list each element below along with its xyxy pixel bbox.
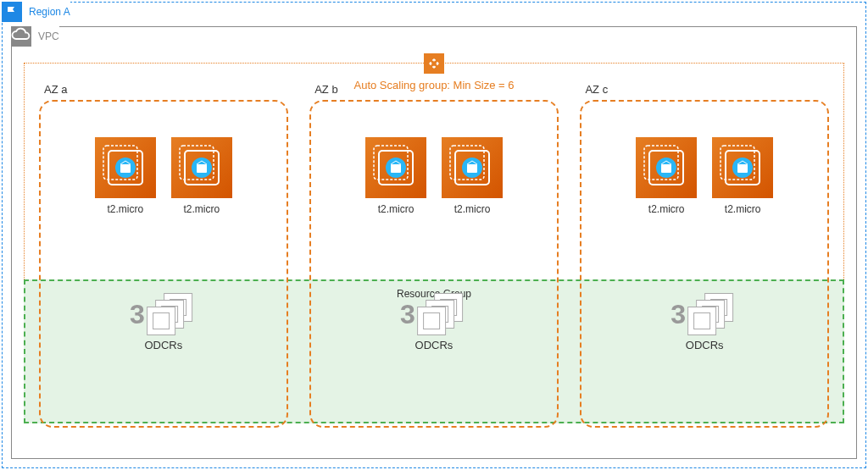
region-header: Region A: [2, 2, 70, 22]
region-label: Region A: [22, 6, 70, 18]
ec2-instance-icon: [636, 137, 697, 198]
odcr-count: 3: [400, 299, 415, 330]
ec2-instance: t2.micro: [365, 137, 426, 215]
availability-zone-b: AZ b t2.micro t2.micro: [309, 100, 559, 428]
svg-rect-19: [661, 164, 671, 173]
ec2-instance: t2.micro: [636, 137, 697, 215]
instance-group: t2.micro t2.micro: [636, 137, 773, 215]
az-label: AZ b: [314, 83, 337, 96]
odcr-stack-icon: [417, 293, 468, 335]
instance-type-label: t2.micro: [183, 203, 220, 215]
odcr-stack-icon: [147, 293, 198, 335]
auto-scaling-group-label: Auto Scaling group: Min Size = 6: [351, 79, 518, 91]
odcr-group: 3 ODCRs: [130, 293, 198, 351]
ec2-instance-icon: [365, 137, 426, 198]
instance-type-label: t2.micro: [648, 203, 685, 215]
odcr-label: ODCRs: [686, 339, 724, 351]
odcr-count: 3: [670, 299, 686, 330]
svg-rect-15: [467, 164, 477, 173]
odcr-group: 3 ODCRs: [400, 293, 468, 351]
odcr-label: ODCRs: [415, 339, 453, 351]
ec2-instance: t2.micro: [95, 137, 156, 215]
instance-type-label: t2.micro: [454, 203, 491, 215]
svg-rect-7: [197, 164, 207, 173]
ec2-instance-icon: [171, 137, 232, 198]
svg-rect-3: [120, 164, 131, 173]
ec2-instance: t2.micro: [442, 137, 503, 215]
auto-scaling-icon: [424, 53, 444, 74]
instance-type-label: t2.micro: [725, 203, 761, 215]
region-boundary: Region A VPC Auto Scaling group: Min Siz…: [2, 2, 866, 468]
vpc-cloud-icon: [11, 26, 31, 47]
region-flag-icon: [2, 2, 22, 22]
odcr-count: 3: [130, 299, 145, 330]
ec2-instance-icon: [712, 137, 773, 198]
instance-group: t2.micro t2.micro: [95, 137, 232, 215]
odcr-label: ODCRs: [144, 339, 182, 351]
vpc-label: VPC: [31, 30, 59, 42]
vpc-header: VPC: [11, 26, 59, 47]
instance-type-label: t2.micro: [107, 203, 143, 215]
az-container: AZ a t2.micro t2.micro: [39, 100, 829, 428]
svg-rect-11: [391, 164, 401, 173]
instance-type-label: t2.micro: [378, 203, 415, 215]
az-label: AZ c: [585, 83, 608, 96]
ec2-instance: t2.micro: [712, 137, 773, 215]
ec2-instance-icon: [95, 137, 156, 198]
ec2-instance: t2.micro: [171, 137, 232, 215]
odcr-stack-icon: [687, 293, 738, 335]
vpc-boundary: VPC Auto Scaling group: Min Size = 6 Res…: [11, 26, 857, 459]
svg-rect-23: [737, 164, 748, 173]
az-label: AZ a: [44, 83, 67, 96]
availability-zone-c: AZ c t2.micro t2.micro: [580, 100, 829, 428]
instance-group: t2.micro t2.micro: [365, 137, 503, 215]
ec2-instance-icon: [442, 137, 503, 198]
odcr-group: 3 ODCRs: [670, 293, 738, 351]
availability-zone-a: AZ a t2.micro t2.micro: [39, 100, 288, 428]
